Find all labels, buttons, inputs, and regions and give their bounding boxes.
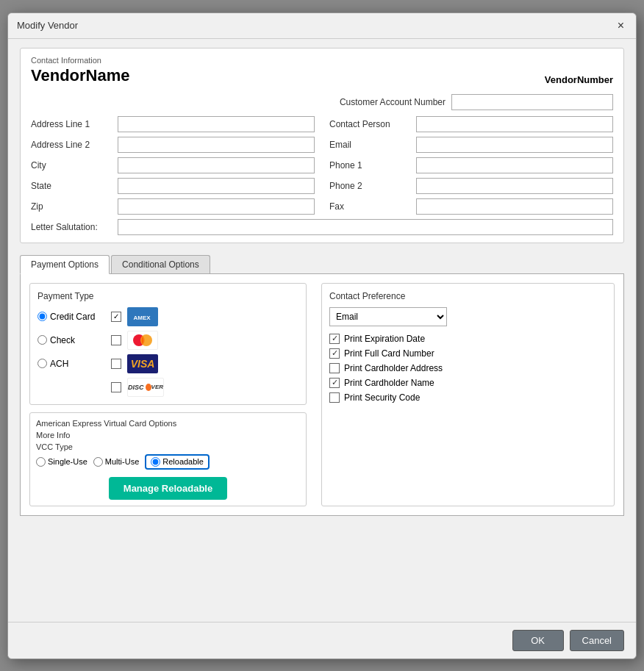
print-cardholder-name-label: Print Cardholder Name bbox=[344, 378, 434, 388]
discover-checkbox[interactable] bbox=[111, 382, 121, 392]
reloadable-radio-label[interactable]: Reloadable bbox=[151, 457, 204, 467]
credit-card-label: Credit Card bbox=[50, 312, 95, 322]
phone2-input[interactable] bbox=[416, 178, 613, 194]
single-use-label: Single-Use bbox=[48, 457, 87, 466]
payment-type-box: Payment Type Credit Card ✓ bbox=[29, 283, 307, 405]
letter-salutation-row: Letter Salutation: bbox=[31, 219, 613, 235]
tab-conditional-options[interactable]: Conditional Options bbox=[111, 255, 210, 273]
customer-account-row: Customer Account Number bbox=[31, 94, 613, 110]
zip-input[interactable] bbox=[118, 198, 315, 215]
address-line1-row: Address Line 1 bbox=[31, 116, 315, 132]
dialog-title: Modify Vendor bbox=[17, 20, 78, 31]
visa-card-row: VISA bbox=[111, 354, 158, 373]
city-row: City bbox=[31, 157, 315, 173]
print-full-card-checkbox[interactable] bbox=[329, 348, 340, 359]
ach-radio[interactable] bbox=[37, 359, 47, 368]
fax-row: Fax bbox=[329, 198, 613, 215]
print-cardholder-name-checkbox[interactable] bbox=[329, 378, 340, 388]
check-label: Check bbox=[50, 335, 75, 345]
print-cardholder-name-row: Print Cardholder Name bbox=[329, 378, 607, 388]
contact-form-grid: Address Line 1 Contact Person Address Li… bbox=[31, 116, 613, 215]
print-cardholder-address-checkbox[interactable] bbox=[329, 363, 340, 373]
discover-row: DISC VER bbox=[37, 378, 298, 397]
address-line2-row: Address Line 2 bbox=[31, 137, 315, 153]
mastercard-checkbox[interactable] bbox=[111, 335, 121, 345]
contact-preference-select[interactable]: Email Phone Mail bbox=[329, 307, 447, 326]
credit-card-radio-label[interactable]: Credit Card bbox=[37, 312, 104, 322]
contact-person-input[interactable] bbox=[416, 116, 613, 132]
credit-card-radio[interactable] bbox=[37, 312, 47, 321]
letter-salutation-label: Letter Salutation: bbox=[31, 222, 112, 232]
tab-bar: Payment Options Conditional Options bbox=[20, 255, 624, 274]
ach-row: ACH VISA bbox=[37, 354, 298, 373]
state-label: State bbox=[31, 181, 112, 191]
zip-label: Zip bbox=[31, 201, 112, 212]
print-full-card-label: Print Full Card Number bbox=[344, 348, 434, 359]
vendor-number: VendorNumber bbox=[545, 74, 613, 85]
dialog-body: Contact Information VendorName VendorNum… bbox=[8, 39, 636, 622]
print-cardholder-address-row: Print Cardholder Address bbox=[329, 363, 607, 373]
mastercard-icon bbox=[127, 331, 158, 350]
visa-checkbox[interactable] bbox=[111, 359, 121, 369]
ach-radio-label[interactable]: ACH bbox=[37, 359, 104, 369]
single-use-radio-label[interactable]: Single-Use bbox=[36, 457, 87, 467]
ok-button[interactable]: OK bbox=[512, 630, 564, 651]
contact-preference-panel: Contact Preference Email Phone Mail Prin… bbox=[321, 283, 615, 506]
close-button[interactable]: × bbox=[615, 19, 627, 32]
vcc-options: Single-Use Multi-Use Reloadable bbox=[36, 454, 300, 470]
contact-person-label: Contact Person bbox=[329, 119, 410, 129]
check-radio-label[interactable]: Check bbox=[37, 335, 104, 345]
address-line1-input[interactable] bbox=[118, 116, 315, 132]
multi-use-radio-label[interactable]: Multi-Use bbox=[93, 457, 139, 467]
amex-card-row: ✓ AMEX bbox=[111, 307, 158, 326]
multi-use-label: Multi-Use bbox=[105, 457, 139, 466]
multi-use-radio[interactable] bbox=[93, 457, 103, 467]
zip-row: Zip bbox=[31, 198, 315, 215]
single-use-radio[interactable] bbox=[36, 457, 46, 467]
contact-preference-title: Contact Preference bbox=[329, 291, 607, 301]
fax-label: Fax bbox=[329, 201, 410, 212]
phone1-input[interactable] bbox=[416, 157, 613, 173]
manage-reloadable-button[interactable]: Manage Reloadable bbox=[109, 477, 227, 500]
phone1-label: Phone 1 bbox=[329, 160, 410, 171]
tab-payment-options[interactable]: Payment Options bbox=[20, 255, 110, 274]
more-info-label: More Info bbox=[36, 431, 300, 439]
fax-input[interactable] bbox=[416, 198, 613, 215]
visa-icon: VISA bbox=[127, 354, 158, 373]
print-security-code-checkbox[interactable] bbox=[329, 392, 340, 403]
print-expiration-checkbox[interactable] bbox=[329, 334, 340, 344]
email-input[interactable] bbox=[416, 137, 613, 153]
email-row: Email bbox=[329, 137, 613, 153]
reloadable-radio[interactable] bbox=[151, 457, 160, 467]
vendor-name: VendorName bbox=[31, 66, 130, 85]
email-label: Email bbox=[329, 140, 410, 150]
state-input[interactable] bbox=[118, 178, 315, 194]
phone2-row: Phone 2 bbox=[329, 178, 613, 194]
ach-label: ACH bbox=[50, 359, 68, 369]
tabs-container: Payment Options Conditional Options Paym… bbox=[20, 255, 624, 516]
customer-account-label: Customer Account Number bbox=[340, 97, 446, 107]
contact-person-row: Contact Person bbox=[329, 116, 613, 132]
title-bar: Modify Vendor × bbox=[8, 13, 636, 39]
letter-salutation-input[interactable] bbox=[118, 219, 613, 235]
customer-account-input[interactable] bbox=[451, 94, 613, 110]
mastercard-card-row bbox=[111, 331, 158, 350]
check-radio[interactable] bbox=[37, 335, 47, 345]
print-expiration-row: Print Expiration Date bbox=[329, 334, 607, 344]
print-full-card-row: Print Full Card Number bbox=[329, 348, 607, 359]
phone2-label: Phone 2 bbox=[329, 181, 410, 191]
phone1-row: Phone 1 bbox=[329, 157, 613, 173]
address-line2-input[interactable] bbox=[118, 137, 315, 153]
city-input[interactable] bbox=[118, 157, 315, 173]
tab-content-payment: Payment Type Credit Card ✓ bbox=[20, 274, 624, 516]
vendor-header: VendorName VendorNumber bbox=[31, 66, 613, 85]
vcc-type-label: VCC Type bbox=[36, 442, 300, 451]
cancel-button[interactable]: Cancel bbox=[570, 630, 624, 651]
address-line1-label: Address Line 1 bbox=[31, 119, 112, 129]
reloadable-radio-wrapper: Reloadable bbox=[145, 454, 210, 470]
discover-icon: DISC VER bbox=[127, 378, 164, 397]
address-line2-label: Address Line 2 bbox=[31, 140, 112, 150]
amex-checkbox[interactable]: ✓ bbox=[111, 312, 121, 322]
credit-card-row: Credit Card ✓ AMEX bbox=[37, 307, 298, 326]
contact-info-label: Contact Information bbox=[31, 56, 613, 65]
